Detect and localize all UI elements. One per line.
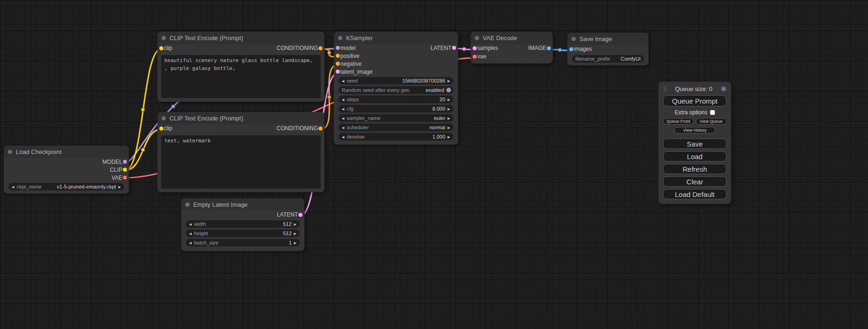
extra-options-checkbox[interactable] (710, 110, 715, 115)
arrow-right-icon[interactable]: ▶ (448, 117, 450, 120)
node-empty-latent-image[interactable]: Empty Latent Image LATENT ◀ width 512 ▶ … (181, 198, 304, 251)
node-vae-decode[interactable]: VAE Decode samples IMAGE vae (471, 32, 553, 63)
node-header[interactable]: Save Image (567, 33, 649, 45)
arrow-left-icon[interactable]: ◀ (342, 126, 344, 129)
arrow-left-icon[interactable]: ◀ (342, 117, 344, 120)
widget-ckpt-name[interactable]: ◀ ckpt_name v1-5-pruned-emaonly.ckpt ▶ (8, 183, 124, 190)
node-header[interactable]: Load Checkpoint (4, 146, 129, 158)
arrow-right-icon[interactable]: ▶ (294, 223, 296, 226)
widget-seed[interactable]: ◀ seed 156680208700286 ▶ (339, 77, 453, 84)
view-history-button[interactable]: View History (674, 127, 715, 133)
input-dot-images[interactable] (569, 47, 573, 51)
view-history-row: View History (663, 127, 727, 133)
node-title: CLIP Text Encode (Prompt) (169, 35, 243, 42)
collapse-dot-icon[interactable] (8, 150, 12, 154)
input-dot-model[interactable] (336, 46, 340, 50)
node-header[interactable]: Empty Latent Image (181, 198, 304, 210)
input-dot-clip[interactable] (159, 126, 163, 131)
widget-sampler-name[interactable]: ◀ sampler_name euler ▶ (339, 114, 453, 122)
refresh-button[interactable]: Refresh (663, 164, 727, 174)
node-clip-text-encode-positive[interactable]: CLIP Text Encode (Prompt) clip CONDITION… (157, 32, 325, 102)
settings-gear-icon[interactable]: ✻ (720, 85, 727, 92)
node-title: Save Image (579, 35, 612, 42)
output-dot-model[interactable] (123, 160, 127, 164)
arrow-right-icon[interactable]: ▶ (119, 185, 121, 189)
arrow-right-icon[interactable]: ▶ (448, 79, 450, 83)
node-ksampler[interactable]: KSampler model LATENT positive negative … (334, 32, 458, 145)
arrow-right-icon[interactable]: ▶ (294, 241, 296, 245)
output-dot-latent[interactable] (298, 213, 303, 217)
arrow-left-icon[interactable]: ◀ (342, 135, 344, 139)
queue-menu-panel: ⣿ Queue size: 0 ✻ Queue Prompt Extra opt… (658, 82, 731, 204)
arrow-left-icon[interactable]: ◀ (189, 241, 191, 245)
prompt-textarea[interactable]: text, watermark (161, 135, 321, 189)
arrow-right-icon[interactable]: ▶ (448, 126, 450, 129)
toggle-indicator-icon[interactable] (446, 88, 451, 92)
widget-filename-prefix[interactable]: filename_prefix ComfyUI (572, 55, 644, 63)
arrow-right-icon[interactable]: ▶ (448, 107, 450, 111)
widget-name: sampler_name (346, 115, 381, 121)
widget-cfg[interactable]: ◀ cfg 8.000 ▶ (339, 105, 453, 112)
output-slot-latent: LATENT (181, 210, 304, 219)
widget-value: 512 (283, 221, 291, 227)
widget-name: batch_size (194, 240, 219, 245)
input-dot-clip[interactable] (159, 46, 163, 50)
save-button[interactable]: Save (663, 139, 727, 149)
clear-button[interactable]: Clear (663, 176, 727, 187)
node-header[interactable]: VAE Decode (471, 32, 553, 44)
slot-label: CONDITIONING (276, 125, 318, 132)
output-dot-conditioning[interactable] (318, 46, 323, 50)
input-dot-samples[interactable] (473, 46, 477, 50)
arrow-left-icon[interactable]: ◀ (342, 107, 344, 111)
input-dot-latent-image[interactable] (336, 70, 340, 74)
widget-width[interactable]: ◀ width 512 ▶ (186, 220, 300, 228)
input-dot-negative[interactable] (336, 62, 340, 66)
collapse-dot-icon[interactable] (185, 203, 190, 207)
input-dot-vae[interactable] (473, 55, 477, 59)
widget-value: 1.000 (432, 134, 445, 140)
output-dot-clip[interactable] (123, 168, 127, 172)
widget-value: 156680208700286 (402, 78, 445, 84)
node-load-checkpoint[interactable]: Load Checkpoint MODEL CLIP VAE ◀ ckpt_na… (4, 146, 129, 194)
input-dot-positive[interactable] (336, 54, 340, 58)
widget-random-seed-toggle[interactable]: Random seed after every gen enabled (339, 86, 453, 94)
load-default-button[interactable]: Load Default (663, 189, 727, 199)
collapse-dot-icon[interactable] (338, 36, 342, 40)
output-dot-latent[interactable] (452, 46, 456, 50)
arrow-left-icon[interactable]: ◀ (189, 223, 191, 226)
collapse-dot-icon[interactable] (162, 116, 166, 120)
queue-prompt-button[interactable]: Queue Prompt (663, 95, 727, 106)
arrow-left-icon[interactable]: ◀ (342, 79, 344, 83)
node-header[interactable]: CLIP Text Encode (Prompt) (157, 112, 325, 124)
drag-handle-icon[interactable]: ⣿ (663, 86, 667, 91)
widget-batch-size[interactable]: ◀ batch_size 1 ▶ (186, 239, 300, 246)
widget-steps[interactable]: ◀ steps 20 ▶ (339, 96, 453, 103)
arrow-right-icon[interactable]: ▶ (448, 135, 450, 139)
widget-denoise[interactable]: ◀ denoise 1.000 ▶ (339, 133, 453, 140)
widget-height[interactable]: ◀ height 512 ▶ (186, 230, 300, 237)
node-graph-canvas[interactable]: Load Checkpoint MODEL CLIP VAE ◀ ckpt_na… (0, 0, 868, 329)
slot-row: model LATENT (334, 44, 458, 52)
arrow-left-icon[interactable]: ◀ (342, 98, 344, 101)
queue-front-button[interactable]: Queue Front (663, 118, 694, 125)
collapse-dot-icon[interactable] (572, 37, 576, 41)
arrow-right-icon[interactable]: ▶ (294, 232, 296, 235)
output-dot-image[interactable] (547, 46, 551, 50)
widget-scheduler[interactable]: ◀ scheduler normal ▶ (339, 124, 453, 131)
menu-header: ⣿ Queue size: 0 ✻ (663, 84, 727, 93)
output-dot-conditioning[interactable] (318, 126, 323, 131)
node-header[interactable]: KSampler (334, 32, 458, 44)
arrow-left-icon[interactable]: ◀ (12, 185, 14, 189)
prompt-textarea[interactable]: beautiful scenery nature glass bottle la… (161, 55, 321, 98)
collapse-dot-icon[interactable] (475, 36, 479, 40)
node-clip-text-encode-negative[interactable]: CLIP Text Encode (Prompt) clip CONDITION… (157, 112, 325, 192)
collapse-dot-icon[interactable] (162, 36, 166, 40)
load-button[interactable]: Load (663, 151, 727, 161)
arrow-left-icon[interactable]: ◀ (189, 232, 191, 235)
node-save-image[interactable]: Save Image images filename_prefix ComfyU… (567, 33, 649, 65)
node-header[interactable]: CLIP Text Encode (Prompt) (157, 32, 325, 44)
arrow-right-icon[interactable]: ▶ (448, 98, 450, 101)
slot-label: vae (477, 53, 486, 60)
view-queue-button[interactable]: View Queue (696, 118, 727, 125)
output-dot-vae[interactable] (123, 175, 127, 180)
